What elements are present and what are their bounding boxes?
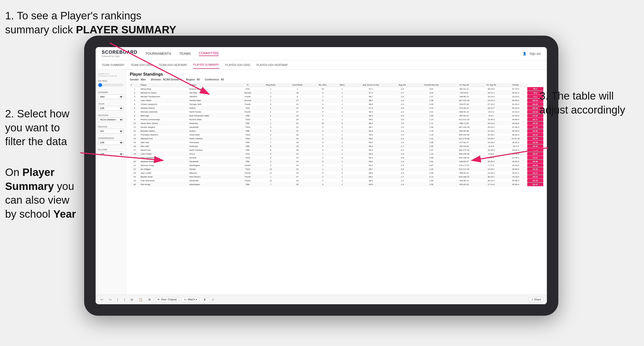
table-cell: 30.55 xyxy=(527,141,543,144)
nav-tournaments[interactable]: TOURNAMENTS xyxy=(146,52,171,56)
table-cell: 0 xyxy=(311,183,334,186)
table-cell: 19-39-2 xyxy=(478,118,504,121)
table-cell: 35-26-4 xyxy=(504,183,527,186)
division-select[interactable]: NCAA Division I xyxy=(98,117,123,122)
table-cell: 1 xyxy=(334,125,350,129)
table-cell: 1 xyxy=(334,152,350,156)
paste-button[interactable]: 📋 xyxy=(137,297,144,302)
table-cell: 1 xyxy=(258,106,284,110)
table-cell: 7 xyxy=(130,110,139,114)
download-button[interactable]: ⬇ xyxy=(202,297,208,302)
year-select[interactable]: (All) xyxy=(98,106,123,110)
table-cell: Florida State xyxy=(188,99,238,102)
conference-select[interactable]: (All) xyxy=(98,140,123,145)
table-cell: 7 xyxy=(258,141,284,144)
gender-select[interactable]: Men xyxy=(98,94,123,99)
table-cell: 30.75 xyxy=(527,137,543,141)
table-cell: 6 xyxy=(311,99,334,102)
table-cell: 1 xyxy=(334,167,350,171)
table-cell: 1 xyxy=(334,106,350,110)
table-cell: 09 xyxy=(284,148,311,152)
table-cell: 1 xyxy=(311,118,334,121)
tab-team-h2h-heatmap[interactable]: TEAM H2H HEATMAP xyxy=(159,61,187,68)
table-cell: 21 xyxy=(130,163,139,167)
table-cell: 2 xyxy=(311,156,334,160)
player-section: Player (All) xyxy=(98,148,123,156)
table-cell: 674-33-12 xyxy=(450,106,478,110)
table-cell: 30 xyxy=(284,133,311,137)
table-cell: 26-27-2 xyxy=(504,171,527,175)
table-cell: 17-14-2 xyxy=(478,183,504,186)
table-cell: Jack Lundin xyxy=(139,171,188,175)
table-cell: 0 xyxy=(311,144,334,148)
table-cell: Tennessee xyxy=(188,141,238,144)
undo-button[interactable]: ↩ xyxy=(99,297,105,302)
table-cell: 26 xyxy=(130,183,139,186)
table-cell: Preston Summerhays xyxy=(139,118,188,121)
table-cell: 44-26-8 xyxy=(504,121,527,125)
table-cell: 3 xyxy=(130,95,139,99)
table-cell: 6 xyxy=(258,160,284,163)
table-cell: 68.5 xyxy=(350,137,392,141)
table-cell: 547-142-38 xyxy=(450,99,478,102)
table-cell: Arizona State xyxy=(188,118,238,121)
table-cell: Vanderbilt xyxy=(188,179,238,183)
table-cell: 1.93 xyxy=(413,114,450,118)
no-rds-slider[interactable] xyxy=(98,83,123,87)
table-cell: 607-63-12 xyxy=(450,114,478,118)
watch-button[interactable]: 👀 Watch ▾ xyxy=(182,297,200,302)
player-select[interactable]: (All) xyxy=(98,152,123,156)
table-cell: 32-26-1 xyxy=(478,133,504,137)
forward-button[interactable]: ⟩ xyxy=(122,297,127,302)
tab-player-h2h-grid[interactable]: PLAYER H2H GRID xyxy=(225,61,250,68)
table-cell: 54-51-4 xyxy=(504,148,527,152)
filter-region: Region: All xyxy=(186,78,200,81)
table-cell: 18 xyxy=(284,141,311,144)
table-cell: 1 xyxy=(130,87,139,91)
table-cell: 23-43-0 xyxy=(504,163,527,167)
table-cell: 0.87 xyxy=(413,163,450,167)
table-cell: Auburn xyxy=(188,129,238,133)
table-cell: 412-179-38 xyxy=(450,137,478,141)
table-cell: Luke Claton xyxy=(139,99,188,102)
annotation-bottom: On PlayerSummary you can also view by sc… xyxy=(5,165,92,221)
table-cell: 67.1 xyxy=(350,87,392,91)
sign-out-link[interactable]: Sign out xyxy=(530,52,541,56)
table-cell: 1.79 xyxy=(413,129,450,133)
table-cell: 35.92 xyxy=(527,121,543,125)
table-cell: 21 xyxy=(284,102,311,106)
table-cell: -1.7 xyxy=(392,144,413,148)
tab-team-h2h-grid[interactable]: TEAM H2H GRID xyxy=(131,61,153,68)
redo-button[interactable]: ↪ xyxy=(107,297,113,302)
table-cell: 0 xyxy=(334,156,350,160)
table-cell: -1.6 xyxy=(392,183,413,186)
tab-player-summary[interactable]: PLAYER SUMMARY xyxy=(193,61,219,69)
table-cell: 50-18-5 xyxy=(504,129,527,133)
col-wins: Wins xyxy=(334,83,350,87)
settings-button[interactable]: ⚙ xyxy=(147,297,152,302)
table-cell: 1 xyxy=(334,118,350,121)
tablet-frame: SCOREBOARD Powered by clippi TOURNAMENTS… xyxy=(84,36,558,316)
table-cell: -2.3 xyxy=(392,110,413,114)
region-select[interactable]: N/A xyxy=(98,129,123,133)
table-cell: 22-26-7 xyxy=(478,137,504,141)
table-cell: Florida xyxy=(188,167,238,171)
table-cell: 467-29-23 xyxy=(450,144,478,148)
nav-committee[interactable]: COMMITTEE xyxy=(199,51,219,56)
tab-player-h2h-heatmap[interactable]: PLAYER H2H HEATMAP xyxy=(256,61,288,68)
back-button[interactable]: ⟨ xyxy=(115,297,120,302)
table-cell: 377-82-17 xyxy=(450,141,478,144)
nav-teams[interactable]: TEAMS xyxy=(179,52,191,56)
table-cell: 10-10-2 xyxy=(478,95,504,99)
table-cell: 28.45 xyxy=(527,183,543,186)
col-overall-record: Overall Record xyxy=(413,83,450,87)
table-cell: 18-7-3 xyxy=(504,144,527,148)
tab-team-summary[interactable]: TEAM SUMMARY xyxy=(102,61,125,68)
expand-button[interactable]: ⤢ xyxy=(210,297,216,302)
share-button[interactable]: ↗ Share xyxy=(529,297,543,302)
table-row: 4Luke ClatonFlorida StateSecond1276168.2… xyxy=(130,99,543,102)
copy-button[interactable]: ⧉ xyxy=(129,297,135,302)
table-cell: Vanderbilt xyxy=(188,160,238,163)
view-original-button[interactable]: 👁 View: Original xyxy=(155,297,179,302)
table-cell: 19 xyxy=(284,144,311,148)
